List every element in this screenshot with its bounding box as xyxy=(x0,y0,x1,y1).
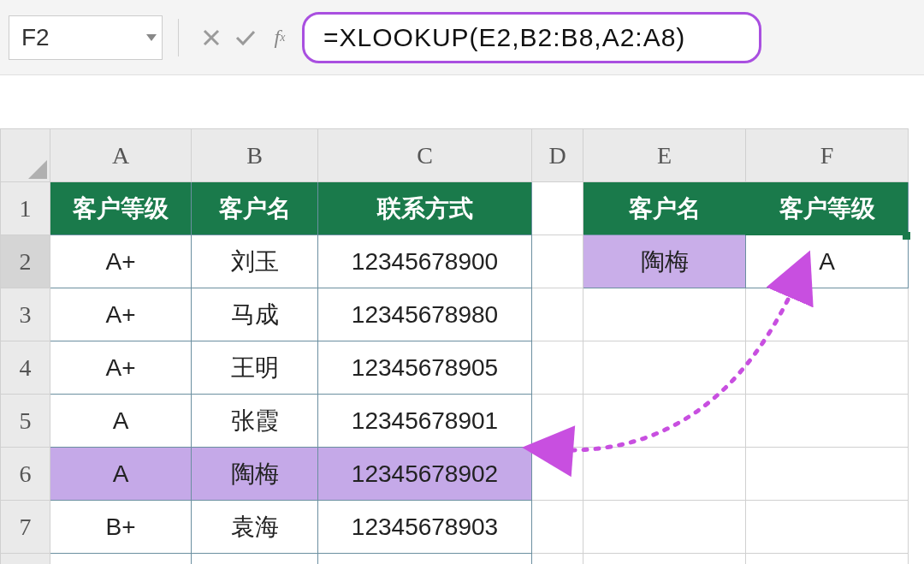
cell[interactable] xyxy=(532,554,583,565)
cell[interactable] xyxy=(583,341,746,395)
matched-row-cell[interactable]: A xyxy=(50,448,192,501)
col-header-B[interactable]: B xyxy=(192,129,318,182)
cell[interactable]: A+ xyxy=(50,288,192,341)
matched-row-cell[interactable]: 12345678902 xyxy=(318,448,532,501)
formula-text: =XLOOKUP(E2,B2:B8,A2:A8) xyxy=(323,23,685,52)
active-cell-F2[interactable]: A xyxy=(746,235,909,288)
row-header-7[interactable]: 7 xyxy=(1,501,50,554)
fill-handle[interactable] xyxy=(903,232,910,240)
separator xyxy=(178,19,179,56)
confirm-formula-button[interactable] xyxy=(228,21,263,55)
cell[interactable] xyxy=(532,448,583,501)
cell[interactable] xyxy=(746,554,909,565)
cell[interactable] xyxy=(583,288,746,341)
row-header-6[interactable]: 6 xyxy=(1,448,50,501)
cell[interactable]: A+ xyxy=(50,235,192,288)
cell[interactable] xyxy=(746,501,909,554)
cell[interactable]: 12345678901 xyxy=(318,395,532,448)
cell[interactable]: A+ xyxy=(50,341,192,395)
spacer xyxy=(0,75,924,128)
row-header-3[interactable]: 3 xyxy=(1,288,50,341)
cancel-formula-button[interactable] xyxy=(194,21,228,55)
cell[interactable]: 张霞 xyxy=(192,395,318,448)
cell[interactable]: 12345678903 xyxy=(318,501,532,554)
cell[interactable] xyxy=(583,395,746,448)
cell[interactable] xyxy=(746,341,909,395)
row-header-2[interactable]: 2 xyxy=(1,235,50,288)
cell[interactable]: 刘玉 xyxy=(192,235,318,288)
row-header-8[interactable]: 8 xyxy=(1,554,50,565)
cell[interactable] xyxy=(583,501,746,554)
row-header-5[interactable]: 5 xyxy=(1,395,50,448)
cell[interactable]: B+ xyxy=(50,554,192,565)
cell[interactable]: 马成 xyxy=(192,288,318,341)
matched-row-cell[interactable]: 陶梅 xyxy=(192,448,318,501)
row-header-4[interactable]: 4 xyxy=(1,341,50,395)
cell[interactable] xyxy=(532,182,583,235)
cell[interactable] xyxy=(532,501,583,554)
header-cell[interactable]: 客户名 xyxy=(583,182,746,235)
cell[interactable]: 陈东 xyxy=(192,554,318,565)
cell[interactable] xyxy=(532,235,583,288)
formula-bar[interactable]: =XLOOKUP(E2,B2:B8,A2:A8) xyxy=(302,12,761,63)
spreadsheet-grid[interactable]: A B C D E F 1 客户等级 客户名 联系方式 客户名 客户等级 2 A… xyxy=(0,128,924,564)
lookup-key-cell[interactable]: 陶梅 xyxy=(583,235,746,288)
cell[interactable]: 袁海 xyxy=(192,501,318,554)
cell[interactable] xyxy=(746,448,909,501)
cell[interactable] xyxy=(532,341,583,395)
cell[interactable]: 12345678980 xyxy=(318,288,532,341)
header-cell[interactable]: 联系方式 xyxy=(318,182,532,235)
cell[interactable] xyxy=(583,448,746,501)
chevron-down-icon[interactable] xyxy=(146,34,157,41)
select-all-corner[interactable] xyxy=(1,129,50,182)
cell[interactable]: 王明 xyxy=(192,341,318,395)
header-cell[interactable]: 客户等级 xyxy=(50,182,192,235)
name-box[interactable]: F2 xyxy=(9,15,163,60)
cell[interactable] xyxy=(746,288,909,341)
cell[interactable]: B+ xyxy=(50,501,192,554)
cell[interactable]: 12345678905 xyxy=(318,341,532,395)
cell[interactable] xyxy=(746,395,909,448)
cell[interactable] xyxy=(583,554,746,565)
row-header-1[interactable]: 1 xyxy=(1,182,50,235)
cell[interactable]: A xyxy=(50,395,192,448)
cell[interactable]: 12345678900 xyxy=(318,235,532,288)
header-cell[interactable]: 客户等级 xyxy=(746,182,909,235)
col-header-D[interactable]: D xyxy=(532,129,583,182)
formula-toolbar: F2 fx =XLOOKUP(E2,B2:B8,A2:A8) xyxy=(0,0,924,75)
fx-icon[interactable]: fx xyxy=(263,21,297,55)
cell[interactable] xyxy=(532,288,583,341)
cell[interactable] xyxy=(532,395,583,448)
col-header-C[interactable]: C xyxy=(318,129,532,182)
name-box-value: F2 xyxy=(21,24,50,51)
header-cell[interactable]: 客户名 xyxy=(192,182,318,235)
col-header-A[interactable]: A xyxy=(50,129,192,182)
cell[interactable]: 12345678904 xyxy=(318,554,532,565)
col-header-F[interactable]: F xyxy=(746,129,909,182)
col-header-E[interactable]: E xyxy=(583,129,746,182)
